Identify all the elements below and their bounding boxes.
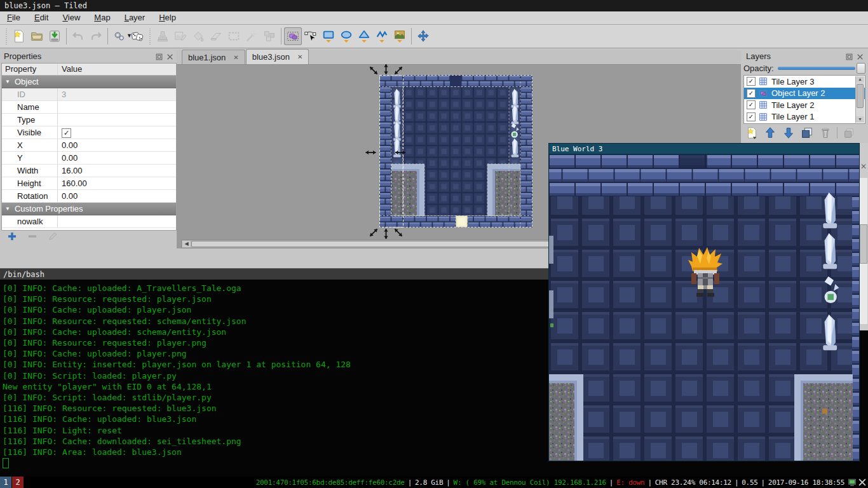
property-row-rotation[interactable]: Rotation0.00 [2,190,176,203]
scroll-up-icon[interactable]: ▲ [856,76,864,83]
duplicate-layer-button[interactable] [800,126,814,140]
magic-wand-button[interactable] [243,27,261,45]
scroll-left-icon[interactable]: ◀ [182,241,191,247]
status-segment: CHR 23.24% 06:14:12 [655,478,731,487]
layer-visible-checkbox[interactable]: ✓ [747,89,756,98]
stamp-brush-button[interactable] [154,27,172,45]
menu-edit[interactable]: Edit [27,11,55,24]
property-value[interactable]: 3 [58,88,176,100]
property-value[interactable]: 16.00 [58,165,176,177]
raise-layer-button[interactable] [763,126,777,140]
highlight-layer-button[interactable] [842,126,856,140]
execute-button[interactable]: ▼ [111,27,128,45]
tab-close-icon[interactable]: ✕ [297,53,302,60]
eraser-button[interactable] [207,27,225,45]
property-value[interactable]: ✓ [58,126,176,139]
property-row-id[interactable]: ID3 [2,88,176,101]
redo-button[interactable] [87,27,105,45]
menu-map[interactable]: Map [87,11,117,24]
menu-view[interactable]: View [55,11,87,24]
network-monitor-icon[interactable] [848,478,857,487]
insert-polygon-button[interactable] [355,27,373,45]
background-scroll-strip[interactable]: ✕ [859,143,868,330]
edit-polygons-button[interactable] [302,27,320,45]
scroll-down-icon[interactable]: ▼ [856,116,864,123]
float-panel-icon[interactable] [845,53,853,61]
property-row-x[interactable]: X0.00 [2,139,176,152]
layer-visible-checkbox[interactable]: ✓ [747,77,756,86]
property-row-name[interactable]: Name [2,101,176,114]
delete-layer-button[interactable] [818,126,832,140]
property-row-width[interactable]: Width16.00 [2,165,176,177]
opacity-slider[interactable] [778,67,855,70]
open-file-button[interactable] [28,27,46,45]
remove-property-button[interactable] [27,231,39,243]
insert-tile-button[interactable] [391,27,409,45]
visible-checkbox[interactable]: ✓ [62,128,71,138]
edit-property-button[interactable] [47,231,60,243]
layer-row-tile-layer-3[interactable]: ✓Tile Layer 3 [744,76,865,88]
scrollbar-thumb[interactable] [860,224,867,264]
layers-scrollbar[interactable]: ▲ ▼ [855,76,864,123]
property-value[interactable] [58,101,176,113]
tab-close-icon[interactable]: ✕ [233,54,238,61]
property-row-visible[interactable]: Visible✓ [2,126,176,139]
pan-tool-button[interactable] [414,27,432,45]
workspace-badge-2[interactable]: 2 [12,477,24,488]
insert-ellipse-button[interactable] [337,27,355,45]
float-panel-icon[interactable] [155,53,163,61]
window-titlebar[interactable]: blue3.json — Tiled [0,0,868,11]
tab-blue1.json[interactable]: blue1.json✕ [182,50,245,64]
property-row-type[interactable]: Type [2,114,176,126]
terminal-cursor [3,458,9,468]
property-value[interactable]: 0.00 [58,152,176,164]
game-window[interactable]: Blue World 3 [548,143,860,461]
property-value[interactable] [58,114,176,126]
bucket-fill-button[interactable] [189,27,207,45]
layer-row-object-layer-2[interactable]: ✓Object Layer 2 [744,88,865,100]
select-objects-button[interactable] [284,27,302,45]
layer-visible-checkbox[interactable]: ✓ [747,100,756,109]
menu-file[interactable]: File [0,11,27,24]
insert-polyline-button[interactable] [373,27,391,45]
property-group-custom-properties[interactable]: ▼Custom Properties [2,203,176,215]
property-row-y[interactable]: Y0.00 [2,152,176,165]
property-value[interactable]: 160.00 [58,177,176,189]
undo-button[interactable] [69,27,87,45]
lower-layer-button[interactable] [782,126,796,140]
rect-select-button[interactable] [225,27,243,45]
game-scene[interactable] [549,154,859,461]
game-window-titlebar[interactable]: Blue World 3 [549,144,859,154]
menu-help[interactable]: Help [152,11,183,24]
workspace-badge-1[interactable]: 1 [0,477,11,488]
tab-blue3.json[interactable]: blue3.json✕ [246,49,309,64]
new-file-button[interactable] [10,27,28,45]
new-layer-button[interactable] [745,126,759,140]
tile-map[interactable] [379,75,532,227]
map-canvas[interactable] [362,58,553,249]
property-value[interactable]: 0.00 [58,190,176,202]
close-panel-icon[interactable] [166,53,174,61]
save-file-button[interactable] [46,27,64,45]
property-value[interactable]: 0.00 [58,139,176,151]
terrain-brush-button[interactable] [172,27,189,45]
random-mode-button[interactable] [128,27,146,45]
close-icon[interactable]: ✕ [859,162,868,171]
layer-row-tile-layer-1[interactable]: ✓Tile Layer 1 [744,111,865,123]
property-name: Visible [2,126,58,139]
close-x-icon[interactable] [858,478,867,487]
layer-row-tile-layer-2[interactable]: ✓Tile Layer 2 [744,99,865,111]
opacity-slider-handle[interactable] [857,63,865,74]
add-property-button[interactable] [6,231,19,243]
property-row-height[interactable]: Height160.00 [2,177,176,190]
insert-rectangle-button[interactable] [320,27,337,45]
property-value[interactable] [58,215,176,227]
scrollbar-thumb[interactable] [857,84,864,108]
same-tile-select-button[interactable] [261,27,278,45]
close-panel-icon[interactable] [856,53,864,61]
menu-layer[interactable]: Layer [118,11,153,24]
properties-table[interactable]: Property Value ▼ObjectID3NameTypeVisible… [1,63,177,231]
layer-visible-checkbox[interactable]: ✓ [747,112,756,121]
property-group-object[interactable]: ▼Object [2,76,176,88]
property-row-nowalk[interactable]: nowalk [2,215,176,228]
